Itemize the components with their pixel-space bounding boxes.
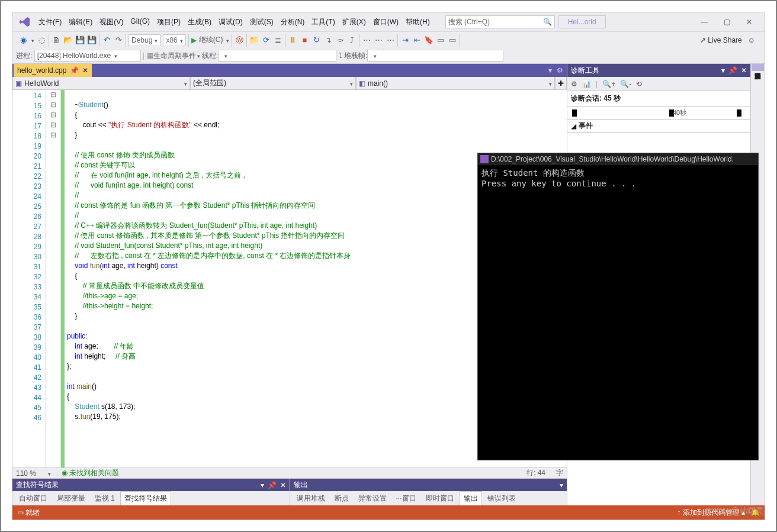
misc2-icon[interactable]: ⋯ bbox=[374, 36, 383, 45]
bottom-tab[interactable]: 错误列表 bbox=[483, 491, 520, 506]
dropdown-icon[interactable]: ▾ bbox=[560, 481, 563, 489]
pin-icon[interactable]: 📌 bbox=[728, 66, 737, 75]
bottom-tab[interactable]: 断点 bbox=[330, 491, 353, 506]
tab-overflow-icon[interactable]: ▾ bbox=[548, 66, 552, 75]
menu-item[interactable]: 文件(F) bbox=[35, 15, 65, 30]
close-icon[interactable]: ✕ bbox=[741, 66, 747, 75]
output-header[interactable]: 输出 ▾ bbox=[290, 479, 567, 491]
misc3-icon[interactable]: ⋯ bbox=[386, 36, 395, 45]
line-gutter: 1415161718192021222324252627282930313233… bbox=[12, 90, 46, 467]
uncomment-icon[interactable]: ▭ bbox=[448, 36, 457, 45]
nav-scope[interactable]: (全局范围) bbox=[190, 77, 356, 89]
platform-select[interactable]: x86 bbox=[163, 34, 185, 46]
console-window[interactable]: D:\002_Project\006_Visual_Studio\HelloWo… bbox=[477, 153, 759, 460]
pin-icon[interactable]: 📌 bbox=[268, 481, 277, 489]
new-file-icon[interactable]: 🗎 bbox=[52, 36, 61, 45]
close-tab-icon[interactable]: ✕ bbox=[82, 66, 88, 75]
tab-gear-icon[interactable]: ⚙ bbox=[557, 66, 563, 75]
bottom-tab[interactable]: 查找符号结果 bbox=[120, 491, 171, 506]
process-select[interactable]: [20448] HelloWorld.exe bbox=[34, 50, 141, 62]
outline-guide[interactable]: ⊟⊟⊟⊟⊟ bbox=[46, 90, 61, 467]
folder-icon[interactable]: 📁 bbox=[249, 36, 259, 45]
stack-select[interactable] bbox=[367, 50, 503, 62]
step-out-icon[interactable]: ⤴ bbox=[347, 36, 357, 45]
menu-item[interactable]: 帮助(H) bbox=[402, 15, 434, 30]
tab-active[interactable]: hello_world.cpp 📌 ✕ bbox=[14, 64, 92, 77]
pause-icon[interactable]: ⏸ bbox=[288, 36, 297, 45]
gear-icon[interactable]: ⚙ bbox=[571, 80, 577, 88]
menu-item[interactable]: 编辑(E) bbox=[65, 15, 96, 30]
menu-item[interactable]: 调试(D) bbox=[215, 15, 246, 30]
nav-project[interactable]: ▣HelloWorld bbox=[12, 77, 190, 89]
bookmark-icon[interactable]: 🔖 bbox=[424, 36, 434, 45]
menu-item[interactable]: Git(G) bbox=[127, 15, 153, 30]
diagnostics-header[interactable]: 诊断工具 ▾📌✕ bbox=[567, 64, 750, 77]
diagnostics-events[interactable]: ◢ 事件 bbox=[567, 120, 750, 133]
menu-item[interactable]: 测试(S) bbox=[246, 15, 277, 30]
menu-item[interactable]: 项目(P) bbox=[153, 15, 184, 30]
maximize-button[interactable]: ▢ bbox=[718, 18, 735, 26]
zoom-in-icon[interactable]: 🔍+ bbox=[602, 80, 615, 88]
zoom-level[interactable]: 110 % bbox=[16, 469, 36, 478]
tab-label: hello_world.cpp bbox=[17, 66, 66, 75]
props-icon[interactable]: ≣ bbox=[273, 36, 282, 45]
bottom-tab[interactable]: 即时窗口 bbox=[422, 491, 458, 506]
bottom-tab[interactable]: 自动窗口 bbox=[15, 491, 52, 506]
bottom-tab[interactable]: 异常设置 bbox=[354, 491, 391, 506]
dropdown-icon[interactable]: ▾ bbox=[721, 66, 725, 75]
continue-button[interactable]: ▶ 继续(C) bbox=[189, 34, 233, 47]
config-select[interactable]: Debug bbox=[129, 34, 160, 46]
bottom-tab[interactable]: ···窗口 bbox=[392, 491, 420, 506]
chart-icon[interactable]: 📊 bbox=[582, 80, 591, 88]
indent-icon[interactable]: ⇥ bbox=[400, 36, 410, 45]
outdent-icon[interactable]: ⇤ bbox=[412, 36, 422, 45]
open-icon[interactable]: 📂 bbox=[63, 36, 73, 45]
minimize-button[interactable]: — bbox=[696, 18, 712, 26]
pin-icon[interactable]: 📌 bbox=[70, 66, 79, 75]
bottom-tab[interactable]: 输出 bbox=[460, 491, 482, 506]
menu-item[interactable]: 视图(V) bbox=[96, 15, 127, 30]
redo-icon[interactable]: ↷ bbox=[114, 36, 123, 45]
menu-item[interactable]: 生成(B) bbox=[184, 15, 215, 30]
misc-icon[interactable]: ⋯ bbox=[362, 36, 371, 45]
nav-back-icon[interactable]: ◉ bbox=[18, 36, 28, 45]
undo-icon[interactable]: ↶ bbox=[102, 36, 111, 45]
no-issues-label[interactable]: ◉ 未找到相关问题 bbox=[62, 468, 119, 478]
collapse-icon[interactable]: ◢ bbox=[571, 122, 576, 130]
comment-icon[interactable]: ▭ bbox=[436, 36, 445, 45]
step-over-icon[interactable]: ⤼ bbox=[335, 36, 345, 45]
nav-func[interactable]: ◧main() bbox=[356, 77, 555, 89]
zoom-out-icon[interactable]: 🔍- bbox=[620, 80, 631, 88]
symbol-results-header[interactable]: 查找符号结果 ▾📌✕ bbox=[12, 479, 290, 491]
restart-icon[interactable]: ↻ bbox=[312, 36, 321, 45]
save-all-icon[interactable]: 💾 bbox=[87, 36, 97, 45]
step-into-icon[interactable]: ↴ bbox=[323, 36, 333, 45]
nav-fwd-icon[interactable]: ◌ bbox=[37, 36, 46, 45]
save-icon[interactable]: 💾 bbox=[75, 36, 85, 45]
menu-item[interactable]: 扩展(X) bbox=[339, 15, 370, 30]
feedback-icon[interactable]: ☺ bbox=[748, 36, 755, 44]
thread-select[interactable] bbox=[218, 50, 336, 62]
close-icon[interactable]: ✕ bbox=[280, 481, 286, 489]
sync-icon[interactable]: ⟳ bbox=[261, 36, 271, 45]
status-ready-icon: ▭ bbox=[17, 508, 24, 517]
bottom-tab[interactable]: 局部变量 bbox=[53, 491, 89, 506]
bottom-tab[interactable]: 监视 1 bbox=[91, 491, 119, 506]
menu-item[interactable]: 窗口(W) bbox=[370, 15, 402, 30]
bottom-tab[interactable]: 调用堆栈 bbox=[293, 491, 329, 506]
console-titlebar[interactable]: D:\002_Project\006_Visual_Studio\HelloWo… bbox=[478, 153, 758, 165]
diagnostics-timeline[interactable]: 40秒 bbox=[567, 107, 750, 120]
stop-icon[interactable]: ■ bbox=[300, 36, 309, 45]
live-share-button[interactable]: ↗ Live Share bbox=[700, 36, 742, 44]
menu-item[interactable]: 工具(T) bbox=[308, 15, 338, 30]
close-button[interactable]: ✕ bbox=[741, 18, 757, 26]
menu-item[interactable]: 分析(N) bbox=[277, 15, 309, 30]
hot-reload-icon[interactable]: ⓦ bbox=[235, 36, 244, 45]
nav-split-icon[interactable]: ✚ bbox=[555, 77, 567, 89]
dropdown-icon[interactable]: ▾ bbox=[261, 481, 264, 489]
reset-icon[interactable]: ⟲ bbox=[636, 80, 642, 88]
lifecycle-icon[interactable]: ▦ bbox=[147, 51, 153, 60]
solution-badge[interactable]: Hel...orld bbox=[558, 15, 606, 28]
search-box[interactable]: 搜索 (Ctrl+Q) 🔍 bbox=[445, 15, 555, 28]
stack-icon[interactable]: ⤵ bbox=[339, 51, 342, 60]
